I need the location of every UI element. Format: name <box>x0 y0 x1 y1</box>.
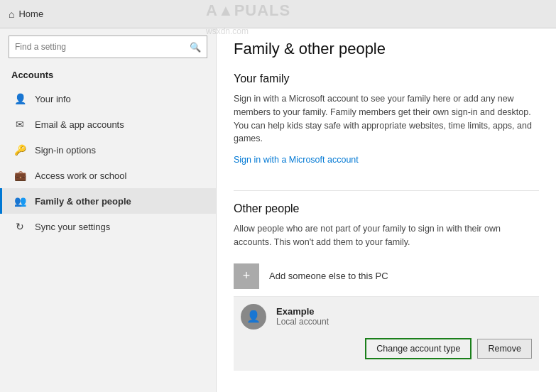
change-account-type-button[interactable]: Change account type <box>365 338 471 359</box>
other-people-section: Other people Allow people who are not pa… <box>234 202 539 371</box>
sidebar-section-title: Accounts <box>0 67 216 86</box>
person-name: Example <box>276 306 329 317</box>
your-family-description: Sign in with a Microsoft account to see … <box>234 92 539 146</box>
sidebar-item-sign-in[interactable]: 🔑 Sign-in options <box>0 137 216 163</box>
work-icon: 💼 <box>13 170 26 181</box>
home-label: Home <box>18 9 43 19</box>
sidebar-item-email-app[interactable]: ✉ Email & app accounts <box>0 111 216 137</box>
top-bar: ⌂ Home <box>0 0 556 28</box>
sidebar-item-label-work: Access work or school <box>35 170 126 181</box>
other-people-description: Allow people who are not part of your fa… <box>234 222 539 249</box>
your-family-heading: Your family <box>234 72 539 85</box>
home-nav[interactable]: ⌂ Home <box>9 9 43 20</box>
sidebar-item-access-work[interactable]: 💼 Access work or school <box>0 163 216 188</box>
add-person-icon-circle: + <box>234 263 259 289</box>
add-person-row[interactable]: + Add someone else to this PC <box>234 256 539 297</box>
sidebar: 🔍 Accounts 👤 Your info ✉ Email & app acc… <box>0 28 217 392</box>
sign-in-microsoft-link[interactable]: Sign in with a Microsoft account <box>234 155 359 165</box>
add-person-label: Add someone else to this PC <box>269 271 388 281</box>
person-row[interactable]: 👤 Example Local account <box>234 297 539 334</box>
add-icon: + <box>243 268 251 283</box>
action-row: Change account type Remove <box>234 334 539 364</box>
your-info-icon: 👤 <box>13 93 26 104</box>
email-icon: ✉ <box>13 119 26 130</box>
main-area: 🔍 Accounts 👤 Your info ✉ Email & app acc… <box>0 28 556 392</box>
search-input[interactable] <box>15 42 190 52</box>
sidebar-item-your-info[interactable]: 👤 Your info <box>0 86 216 111</box>
person-section: 👤 Example Local account Change account t… <box>234 297 539 371</box>
person-info: Example Local account <box>276 306 329 327</box>
sidebar-item-label-sync: Sync your settings <box>35 222 110 232</box>
sign-in-icon: 🔑 <box>13 144 26 156</box>
search-box[interactable]: 🔍 <box>9 36 207 58</box>
sidebar-item-label-your-info: Your info <box>35 94 71 104</box>
sidebar-item-label-signin: Sign-in options <box>35 145 96 156</box>
sidebar-item-family[interactable]: 👥 Family & other people <box>0 188 216 214</box>
sidebar-item-label-family: Family & other people <box>35 196 131 207</box>
person-type: Local account <box>276 317 329 327</box>
page-title: Family & other people <box>234 40 539 58</box>
sidebar-item-label-email: Email & app accounts <box>35 119 124 130</box>
sync-icon: ↻ <box>13 221 26 232</box>
search-icon-button[interactable]: 🔍 <box>190 42 201 53</box>
person-avatar: 👤 <box>241 304 266 330</box>
family-icon: 👥 <box>13 195 26 207</box>
remove-button[interactable]: Remove <box>477 339 532 359</box>
main-content: Family & other people Your family Sign i… <box>217 28 556 392</box>
section-divider <box>234 190 539 191</box>
other-people-heading: Other people <box>234 202 539 215</box>
sidebar-item-sync[interactable]: ↻ Sync your settings <box>0 214 216 239</box>
home-icon: ⌂ <box>9 9 14 20</box>
avatar-icon: 👤 <box>246 310 261 323</box>
